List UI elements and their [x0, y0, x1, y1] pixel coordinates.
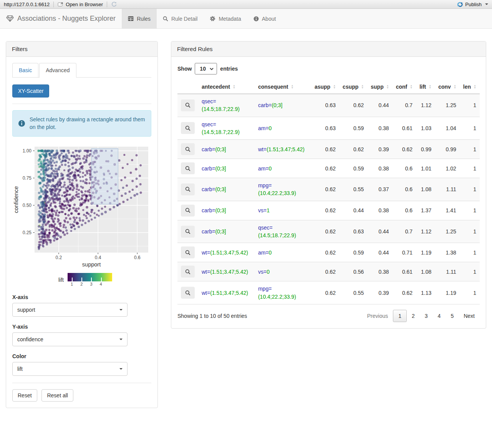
filters-tab-advanced[interactable]: Advanced	[39, 63, 76, 78]
antecedent-cell: carb=(0;3]	[198, 159, 255, 178]
rule-detail-button[interactable]	[181, 246, 195, 258]
svg-text:0.6: 0.6	[134, 255, 141, 260]
reset-all-button[interactable]: Reset all	[41, 389, 73, 402]
publish-button[interactable]: Publish	[457, 2, 488, 7]
sort-icon: ▲▼	[361, 84, 364, 89]
column-header-len[interactable]: len▲▼	[460, 80, 480, 94]
rule-detail-button[interactable]	[181, 266, 195, 278]
entries-select[interactable]: 10	[195, 63, 217, 74]
chevron-down-icon	[119, 339, 123, 340]
pagination-page-3[interactable]: 3	[420, 310, 433, 322]
y-axis-select[interactable]: confidence	[12, 332, 128, 346]
sort-icon: ▲▼	[233, 84, 235, 89]
conf-cell: 0.6	[393, 178, 416, 201]
lift-cell: 1.01	[416, 159, 435, 178]
conf-cell: 0.61	[393, 262, 416, 281]
asupp-cell: 0.62	[311, 262, 339, 281]
app-navbar: Associations - Nuggets Explorer RulesRul…	[0, 9, 492, 29]
search-icon	[185, 208, 191, 213]
rule-detail-button[interactable]	[181, 287, 195, 299]
filters-panel: Filters BasicAdvanced XY-Scatter Select …	[6, 41, 158, 408]
reset-button[interactable]: Reset	[12, 389, 37, 402]
xy-scatter-button[interactable]: XY-Scatter	[12, 84, 49, 98]
column-header-csupp[interactable]: csupp▲▼	[339, 80, 367, 94]
column-header-consequent[interactable]: consequent▲▼	[255, 80, 311, 94]
colorbar-tick-label: 2	[80, 282, 83, 286]
conv-cell: 1.19	[435, 281, 460, 304]
search-icon	[185, 229, 191, 234]
rule-detail-button[interactable]	[181, 99, 195, 111]
conf-cell: 0.6	[393, 159, 416, 178]
selection-brush[interactable]	[91, 148, 118, 204]
tab-metadata[interactable]: Metadata	[204, 9, 247, 28]
tab-about[interactable]: About	[247, 9, 282, 28]
consequent-cell: mpg=(10.4;22.2;33.9)	[255, 178, 311, 201]
search-icon	[185, 126, 191, 131]
supp-cell: 0.44	[367, 94, 392, 117]
search-icon	[185, 102, 191, 108]
color-select[interactable]: lift	[12, 362, 128, 376]
csupp-cell: 0.62	[339, 94, 367, 117]
column-header-conv[interactable]: conv▲▼	[435, 80, 460, 94]
consequent-cell: mpg=(10.4;22.2;33.9)	[255, 281, 311, 304]
rule-detail-button[interactable]	[181, 122, 195, 134]
column-header-antecedent[interactable]: antecedent▲▼	[198, 80, 255, 94]
table-row: qsec=(14.5;18.7;22.9)carb=(0;3]0.630.620…	[177, 94, 480, 117]
conf-cell: 0.62	[393, 140, 416, 159]
pagination-previous[interactable]: Previous	[362, 310, 393, 322]
search-icon	[185, 250, 191, 255]
search-icon	[185, 290, 191, 296]
filtered-rules-title: Filtered Rules	[171, 41, 486, 57]
colorbar-ticks: 1234	[68, 281, 112, 287]
column-header-asupp[interactable]: asupp▲▼	[311, 80, 339, 94]
app-brand: Associations - Nuggets Explorer	[0, 9, 122, 28]
table-info: Showing 1 to 10 of 50 entries	[177, 313, 247, 319]
table-row: wt=(1.51;3.47;5.42)vs=00.620.560.380.611…	[177, 262, 480, 281]
reload-button[interactable]	[111, 1, 117, 7]
tab-rules[interactable]: Rules	[122, 9, 157, 28]
pagination-page-5[interactable]: 5	[446, 310, 459, 322]
column-header-supp[interactable]: supp▲▼	[367, 80, 392, 94]
search-icon	[185, 187, 191, 192]
search-icon	[185, 166, 191, 171]
consequent-cell: carb=(0;3]	[255, 94, 311, 117]
column-header-conf[interactable]: conf▲▼	[393, 80, 416, 94]
antecedent-cell: wt=(1.51;3.47;5.42)	[198, 262, 255, 281]
colorbar-tick-label: 3	[90, 282, 92, 286]
lift-cell: 1.03	[416, 117, 435, 140]
conv-cell: 1.25	[435, 94, 460, 117]
rule-detail-button[interactable]	[181, 205, 195, 217]
colorbar-tick-label: 4	[100, 282, 102, 286]
tab-rule-detail[interactable]: Rule Detail	[157, 9, 204, 28]
conv-cell: 1.38	[435, 243, 460, 262]
pagination-next[interactable]: Next	[459, 310, 480, 322]
column-header-lift[interactable]: lift▲▼	[416, 80, 435, 94]
open-in-browser-button[interactable]: Open in Browser	[58, 2, 103, 7]
rule-detail-button[interactable]	[181, 162, 195, 174]
antecedent-cell: wt=(1.51;3.47;5.42)	[198, 281, 255, 304]
separator	[53, 2, 54, 7]
x-axis-select[interactable]: support	[12, 303, 128, 317]
x-axis-title: support	[82, 261, 101, 268]
asupp-cell: 0.62	[311, 159, 339, 178]
antecedent-cell: qsec=(14.5;18.7;22.9)	[198, 117, 255, 140]
pagination-page-4[interactable]: 4	[433, 310, 446, 322]
supp-cell: 0.38	[367, 159, 392, 178]
filtered-rules-panel: Filtered Rules Show 10 entries anteceden…	[171, 41, 486, 329]
rule-detail-button[interactable]	[181, 183, 195, 195]
table-row: carb=(0;3]mpg=(10.4;22.2;33.9)0.620.550.…	[177, 178, 480, 201]
rule-detail-button[interactable]	[181, 226, 195, 238]
scatter-plot[interactable]: 0.20.40.60.250.500.751.00supportconfiden…	[12, 143, 151, 271]
sort-icon: ▲▼	[410, 84, 412, 89]
csupp-cell: 0.63	[339, 220, 367, 243]
pagination-page-1[interactable]: 1	[393, 310, 407, 322]
color-label: Color	[12, 353, 151, 359]
filters-panel-title: Filters	[6, 41, 157, 57]
scatter-plot-svg[interactable]: 0.20.40.60.250.500.751.00supportconfiden…	[12, 143, 151, 269]
conv-cell: 1.11	[435, 262, 460, 281]
info-circle-icon	[18, 120, 25, 127]
chevron-down-icon	[119, 309, 123, 311]
rule-detail-button[interactable]	[181, 143, 195, 155]
pagination-page-2[interactable]: 2	[407, 310, 420, 322]
filters-tab-basic[interactable]: Basic	[12, 63, 38, 77]
